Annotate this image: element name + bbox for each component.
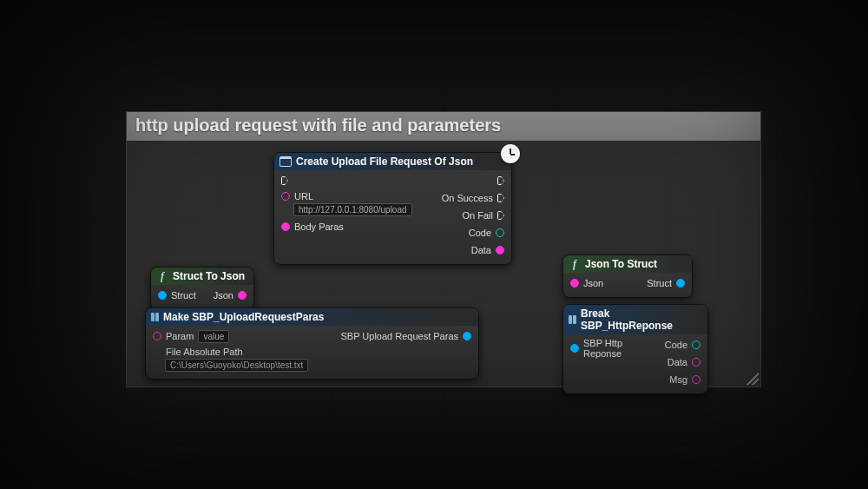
- data-out-pin[interactable]: Data: [667, 355, 700, 369]
- struct-out-pin[interactable]: Struct: [647, 276, 685, 290]
- node-create-upload[interactable]: Create Upload File Request Of Json URL h…: [273, 152, 512, 265]
- node-title: Break SBP_HttpReponse: [581, 307, 702, 332]
- url-pin[interactable]: URL http://127.0.0.1:8080/upload: [281, 191, 412, 216]
- code-out-pin[interactable]: Code: [469, 226, 504, 240]
- exec-in-pin[interactable]: [281, 174, 412, 188]
- url-input[interactable]: http://127.0.0.1:8080/upload: [293, 203, 412, 216]
- node-header[interactable]: Make SBP_UploadRequestParas: [146, 308, 478, 326]
- comment-title[interactable]: http upload request with file and parame…: [127, 112, 760, 141]
- path-pin[interactable]: File Absolute Path C:\Users\Guoyoko\Desk…: [153, 347, 308, 372]
- node-title: Create Upload File Request Of Json: [296, 155, 473, 168]
- node-title: Make SBP_UploadRequestParas: [163, 311, 324, 323]
- node-header[interactable]: f Json To Struct: [563, 255, 692, 273]
- node-title: Json To Struct: [585, 258, 657, 270]
- node-title: Struct To Json: [173, 270, 245, 282]
- param-pin[interactable]: Param value: [153, 329, 308, 343]
- exec-out-pin[interactable]: [497, 174, 504, 188]
- param-input[interactable]: value: [198, 330, 229, 343]
- latent-clock-icon: [501, 144, 520, 163]
- node-break-http-response[interactable]: Break SBP_HttpReponse SBP Http Reponse C…: [562, 304, 708, 394]
- function-icon: f: [156, 270, 168, 282]
- path-input[interactable]: C:\Users\Guoyoko\Desktop\test.txt: [165, 359, 308, 372]
- paras-out-pin[interactable]: SBP Upload Request Paras: [340, 329, 471, 343]
- node-header[interactable]: Break SBP_HttpReponse: [563, 305, 707, 334]
- struct-in-pin[interactable]: Struct: [158, 288, 196, 302]
- on-success-pin[interactable]: On Success: [442, 191, 504, 205]
- node-struct-to-json[interactable]: f Struct To Json Struct Json: [150, 267, 254, 310]
- code-out-pin[interactable]: Code: [665, 338, 700, 352]
- on-fail-pin[interactable]: On Fail: [463, 208, 504, 222]
- msg-out-pin[interactable]: Msg: [669, 373, 700, 387]
- break-struct-icon: [569, 315, 576, 324]
- node-json-to-struct[interactable]: f Json To Struct Json Struct: [562, 254, 693, 298]
- window-icon: [279, 156, 292, 167]
- make-struct-icon: [151, 313, 159, 321]
- node-header[interactable]: Create Upload File Request Of Json: [274, 153, 511, 170]
- data-out-pin[interactable]: Data: [471, 243, 504, 257]
- json-in-pin[interactable]: Json: [570, 276, 603, 290]
- resp-in-pin[interactable]: SBP Http Reponse: [570, 338, 648, 359]
- node-header[interactable]: f Struct To Json: [151, 268, 253, 285]
- body-paras-pin[interactable]: Body Paras: [281, 220, 412, 234]
- function-icon: f: [569, 258, 581, 270]
- resize-handle-icon[interactable]: [746, 373, 759, 385]
- node-make-upload-paras[interactable]: Make SBP_UploadRequestParas Param value …: [145, 307, 479, 380]
- json-out-pin[interactable]: Json: [214, 288, 247, 302]
